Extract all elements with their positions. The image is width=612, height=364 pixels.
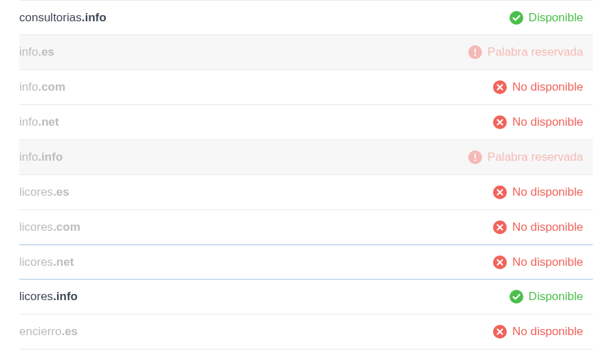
domain-row[interactable]: licores.netNo disponible [19, 244, 593, 280]
status-label: No disponible [512, 220, 583, 234]
svg-rect-2 [474, 49, 476, 54]
status-label: Disponible [529, 11, 583, 25]
svg-point-3 [474, 54, 477, 56]
domain-name: consultorias.info [19, 11, 107, 25]
domain-base: licores [19, 220, 53, 234]
domain-row[interactable]: consultorias.infoDisponible [19, 0, 593, 35]
x-circle-icon [493, 220, 507, 234]
x-circle-icon [493, 185, 507, 199]
domain-name: licores.info [19, 290, 78, 304]
domain-tld: .es [38, 45, 54, 59]
domain-tld: .es [61, 325, 78, 339]
status-badge: No disponible [493, 185, 583, 199]
domain-name: licores.net [19, 255, 74, 269]
check-circle-icon [510, 290, 523, 304]
domain-row[interactable]: info.netNo disponible [19, 105, 593, 140]
status-label: No disponible [512, 115, 583, 129]
domain-base: consultorias [19, 11, 82, 25]
domain-tld: .info [82, 11, 107, 25]
domain-name: info.com [19, 80, 65, 94]
domain-row[interactable]: info.esPalabra reservada [19, 35, 593, 70]
domain-base: info [19, 150, 38, 164]
domain-name: encierro.es [19, 325, 78, 339]
status-badge: Disponible [510, 290, 583, 304]
domain-base: encierro [19, 325, 61, 339]
status-label: No disponible [512, 255, 583, 269]
domain-name: info.info [19, 150, 63, 164]
status-badge: Disponible [510, 11, 583, 25]
domain-base: licores [19, 255, 53, 269]
check-circle-icon [510, 11, 523, 25]
status-label: No disponible [512, 80, 583, 94]
domain-row[interactable]: licores.esNo disponible [19, 175, 593, 210]
status-badge: No disponible [493, 325, 583, 339]
status-badge: No disponible [493, 220, 583, 234]
domain-tld: .com [53, 220, 80, 234]
exclamation-circle-icon [468, 150, 482, 164]
domain-base: licores [19, 290, 53, 304]
domain-base: info [19, 80, 38, 94]
domain-results-list: consultorias.infoDisponibleinfo.esPalabr… [0, 0, 612, 350]
svg-point-8 [474, 159, 477, 161]
status-badge: No disponible [493, 255, 583, 269]
status-badge: Palabra reservada [468, 150, 583, 164]
domain-tld: .net [38, 115, 58, 129]
exclamation-circle-icon [468, 45, 482, 59]
domain-tld: .info [38, 150, 63, 164]
status-label: No disponible [512, 185, 583, 199]
domain-tld: .net [53, 255, 74, 269]
svg-rect-7 [474, 154, 476, 159]
domain-name: info.es [19, 45, 54, 59]
status-badge: No disponible [493, 80, 583, 94]
domain-row[interactable]: info.infoPalabra reservada [19, 140, 593, 175]
domain-base: licores [19, 185, 53, 199]
domain-name: licores.es [19, 185, 69, 199]
domain-base: info [19, 115, 38, 129]
svg-point-12 [510, 290, 523, 304]
status-label: No disponible [512, 325, 583, 339]
domain-name: info.net [19, 115, 59, 129]
status-label: Palabra reservada [488, 45, 583, 59]
x-circle-icon [493, 80, 507, 94]
domain-name: licores.com [19, 220, 80, 234]
domain-row[interactable]: licores.infoDisponible [19, 280, 593, 315]
domain-row[interactable]: info.comNo disponible [19, 70, 593, 105]
domain-row[interactable]: encierro.esNo disponible [19, 315, 593, 350]
domain-row[interactable]: licores.comNo disponible [19, 210, 593, 245]
domain-tld: .com [38, 80, 65, 94]
svg-point-0 [510, 11, 523, 25]
domain-tld: .info [53, 290, 78, 304]
status-label: Palabra reservada [488, 150, 583, 164]
status-label: Disponible [529, 290, 583, 304]
status-badge: No disponible [493, 115, 583, 129]
x-circle-icon [493, 115, 507, 129]
x-circle-icon [493, 325, 507, 339]
x-circle-icon [493, 255, 507, 269]
domain-base: info [19, 45, 38, 59]
domain-tld: .es [53, 185, 69, 199]
status-badge: Palabra reservada [468, 45, 583, 59]
